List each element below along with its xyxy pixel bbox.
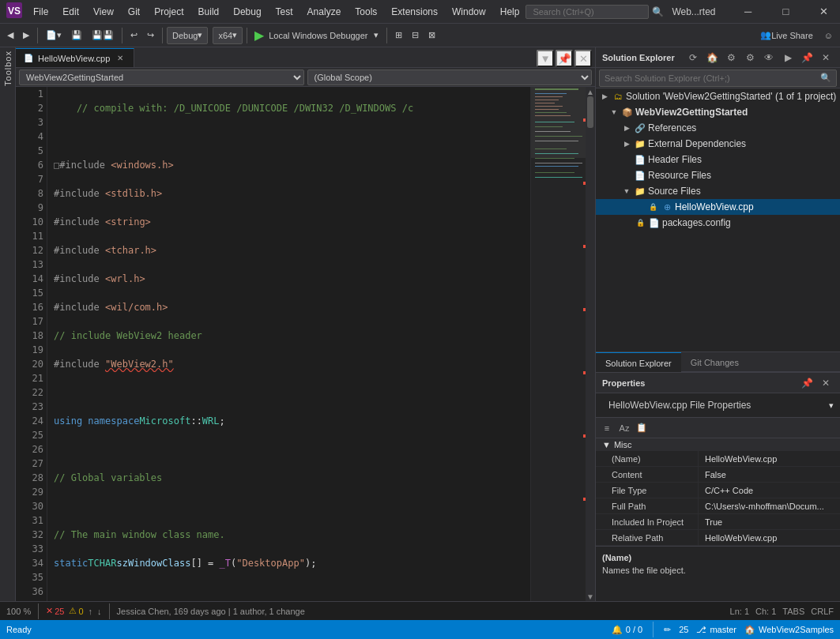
scroll-down-button[interactable]: ▼ [586, 592, 595, 601]
se-filter-button[interactable]: ⚙ [723, 50, 739, 66]
code-minimap[interactable] [530, 87, 586, 601]
tree-source-files[interactable]: ▼ 📁 Source Files [596, 183, 840, 199]
project-name[interactable]: 🏠 WebView2Samples [744, 625, 834, 635]
line-ending[interactable]: CRLF [811, 607, 834, 616]
error-count[interactable]: ✕ 25 [46, 606, 64, 616]
prop-pin-button[interactable]: 📌 [799, 375, 815, 391]
git-branch[interactable]: ⎇ master [696, 625, 736, 635]
tab-list-button[interactable]: ▼ [537, 50, 554, 67]
tab-git-changes[interactable]: Git Changes [681, 352, 748, 373]
debug-control-3[interactable]: ⊠ [424, 26, 439, 45]
se-sync-button[interactable]: ⟳ [685, 50, 701, 66]
tree-references[interactable]: ▶ 🔗 References [596, 120, 840, 136]
properties-dropdown[interactable]: ▾ [829, 400, 834, 411]
tree-solution[interactable]: ▶ 🗂 Solution 'WebView2GettingStarted' (1… [596, 88, 840, 104]
prop-pages-button[interactable]: 📋 [634, 420, 650, 436]
debug-control-1[interactable]: ⊞ [391, 26, 406, 45]
menu-analyze[interactable]: Analyze [301, 5, 348, 19]
tree-header-files[interactable]: 📄 Header Files [596, 152, 840, 167]
se-close-button[interactable]: ✕ [818, 50, 834, 66]
toolbar-separator-4 [247, 28, 247, 43]
solution-tree[interactable]: ▶ 🗂 Solution 'WebView2GettingStarted' (1… [596, 88, 840, 351]
project-icon: 📦 [621, 106, 634, 118]
warning-count[interactable]: ⚠ 0 [69, 606, 83, 616]
error-badge-status[interactable]: 25 [679, 625, 688, 634]
editor-tab-hellowebview[interactable]: 📄 HelloWebView.cpp ✕ [16, 48, 134, 67]
live-share-button[interactable]: 👥 Live Share [755, 28, 819, 43]
tree-hellowebview-cpp[interactable]: 🔒 ⊕ HelloWebView.cpp [596, 199, 840, 215]
undo-button[interactable]: ↩ [126, 26, 141, 45]
tab-label: HelloWebView.cpp [38, 54, 110, 63]
run-button[interactable]: ▶ [251, 28, 267, 43]
run-label: Local Windows Debugger [269, 31, 367, 40]
nav-down-btn[interactable]: ↓ [97, 607, 102, 616]
save-button[interactable]: 💾 [67, 26, 86, 45]
solution-search-field[interactable]: 🔍 [599, 70, 837, 87]
prop-close-button[interactable]: ✕ [818, 375, 834, 391]
se-settings-button[interactable]: ⚙ [742, 50, 758, 66]
debug-config-dropdown[interactable]: Debug ▾ [167, 27, 208, 44]
menu-project[interactable]: Project [148, 5, 190, 19]
close-button[interactable]: ✕ [806, 3, 840, 21]
se-home-button[interactable]: 🏠 [704, 50, 720, 66]
se-menu-button[interactable]: ▶ [780, 50, 796, 66]
menu-view[interactable]: View [87, 5, 120, 19]
vertical-scrollbar[interactable]: ▲ ▼ [586, 87, 595, 601]
menu-file[interactable]: File [27, 5, 55, 19]
zoom-level[interactable]: 100 % [6, 607, 31, 616]
maximize-button[interactable]: □ [768, 3, 804, 21]
tree-packages-config[interactable]: 🔒 📄 packages.config [596, 215, 840, 231]
menu-build[interactable]: Build [192, 5, 226, 19]
menu-window[interactable]: Window [446, 5, 492, 19]
line-numbers: 1 2 3 4 5 6 7 8 9 10 11 12 13 14 15 16 1… [16, 87, 47, 601]
new-file-button[interactable]: 📄▾ [42, 26, 66, 45]
tab-close-button[interactable]: ✕ [115, 53, 126, 64]
menu-tools[interactable]: Tools [348, 5, 383, 19]
prop-alpha-button[interactable]: Az [616, 420, 632, 436]
menu-edit[interactable]: Edit [56, 5, 85, 19]
tree-resource-files[interactable]: 📄 Resource Files [596, 167, 840, 183]
menu-help[interactable]: Help [494, 5, 526, 19]
solution-search-input[interactable] [605, 73, 817, 83]
run-dropdown-button[interactable]: ▾ [370, 26, 382, 45]
file-scope-dropdown[interactable]: WebView2GettingStarted [19, 70, 304, 85]
header-files-label: Header Files [648, 154, 702, 165]
tab-solution-explorer[interactable]: Solution Explorer [596, 352, 681, 373]
toolbox-panel[interactable]: Toolbox [0, 47, 16, 601]
scroll-up-button[interactable]: ▲ [586, 87, 595, 96]
notifications-status[interactable]: 🔔 0 / 0 [612, 625, 642, 635]
indent-type[interactable]: TABS [782, 607, 804, 616]
minimize-button[interactable]: ─ [730, 3, 767, 21]
prop-categories-button[interactable]: ≡ [599, 420, 615, 436]
tab-close-all-button[interactable]: ✕ [574, 50, 592, 67]
save-all-button[interactable]: 💾💾 [88, 26, 118, 45]
menu-test[interactable]: Test [269, 5, 299, 19]
menu-debug[interactable]: Debug [227, 5, 267, 19]
scroll-track[interactable] [586, 96, 595, 592]
platform-dropdown[interactable]: x64 ▾ [213, 27, 243, 44]
svg-text:VS: VS [8, 6, 21, 17]
source-files-label: Source Files [648, 186, 701, 197]
code-content[interactable]: // compile with: /D_UNICODE /DUNICODE /D… [47, 87, 530, 601]
back-button[interactable]: ◀ [3, 26, 17, 45]
pin-button[interactable]: 📌 [799, 50, 815, 66]
tree-project[interactable]: ▼ 📦 WebView2GettingStarted [596, 104, 840, 120]
prop-key-fullpath: Full Path [596, 498, 699, 513]
tab-pin-button[interactable]: 📌 [556, 50, 573, 67]
member-scope-dropdown[interactable]: (Global Scope) [307, 70, 593, 85]
debug-control-2[interactable]: ⊟ [408, 26, 423, 45]
redo-button[interactable]: ↪ [143, 26, 158, 45]
prop-desc-text: Names the file object. [602, 566, 834, 575]
feedback-button[interactable]: ☺ [820, 26, 837, 45]
nav-up-btn[interactable]: ↑ [89, 607, 93, 616]
se-view-button[interactable]: 👁 [761, 50, 777, 66]
tree-external-deps[interactable]: ▶ 📁 External Dependencies [596, 136, 840, 152]
properties-toolbar: ≡ Az 📋 [596, 418, 840, 438]
packages-label: packages.config [662, 217, 731, 228]
menu-extensions[interactable]: Extensions [385, 5, 444, 19]
forward-button[interactable]: ▶ [19, 26, 33, 45]
cursor-column: Ch: 1 [755, 607, 776, 616]
menu-git[interactable]: Git [122, 5, 146, 19]
scroll-thumb[interactable] [587, 96, 593, 128]
global-search-input[interactable] [525, 5, 649, 19]
